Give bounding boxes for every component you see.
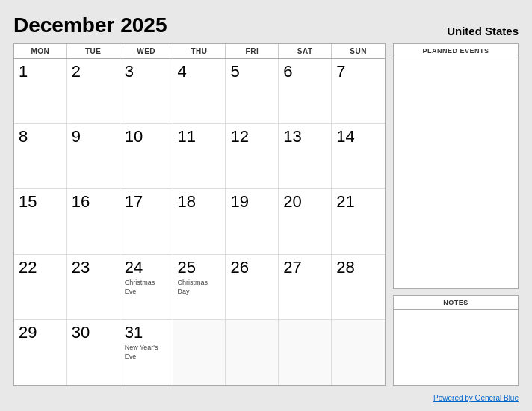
calendar-cell: 24Christmas Eve [120, 255, 173, 320]
calendar-cell: 21 [332, 189, 385, 254]
day-number: 11 [178, 127, 196, 146]
day-number: 18 [178, 192, 196, 211]
day-number: 22 [19, 258, 37, 277]
notes-box: NOTES [393, 295, 519, 386]
calendar-cell: 15 [14, 189, 67, 254]
calendar-cell: 16 [67, 189, 120, 254]
planned-events-content [394, 58, 518, 288]
day-number: 10 [125, 127, 143, 146]
day-number: 4 [178, 62, 187, 81]
day-number: 27 [283, 258, 301, 277]
day-number: 5 [230, 62, 239, 81]
calendar-cell: 13 [279, 124, 332, 189]
calendar-cell: 11 [173, 124, 226, 189]
day-number: 16 [72, 192, 90, 211]
day-header: THU [173, 44, 226, 58]
calendar-cell [279, 320, 332, 385]
day-headers: MONTUEWEDTHUFRISATSUN [14, 44, 385, 59]
day-header: WED [120, 44, 173, 58]
calendar-cell: 23 [67, 255, 120, 320]
calendar-cell: 22 [14, 255, 67, 320]
day-header: FRI [226, 44, 279, 58]
main-content: MONTUEWEDTHUFRISATSUN 123456789101112131… [13, 43, 519, 386]
calendar-cell [226, 320, 279, 385]
country-label: United States [447, 25, 519, 37]
calendar-cell: 7 [332, 59, 385, 124]
day-number: 1 [19, 62, 28, 81]
day-number: 13 [283, 127, 301, 146]
day-number: 20 [283, 192, 301, 211]
calendar-cell: 20 [279, 189, 332, 254]
calendar-page: December 2025 United States MONTUEWEDTHU… [0, 0, 532, 411]
calendar-cell: 18 [173, 189, 226, 254]
calendar-cell: 1 [14, 59, 67, 124]
calendar-title: December 2025 [13, 13, 167, 37]
calendar-cell: 25Christmas Day [173, 255, 226, 320]
day-number: 26 [230, 258, 248, 277]
calendar-cell: 19 [226, 189, 279, 254]
day-number: 30 [72, 323, 90, 342]
calendar-cell: 14 [332, 124, 385, 189]
calendar-cell: 2 [67, 59, 120, 124]
day-number: 6 [283, 62, 292, 81]
day-header: SUN [332, 44, 385, 58]
day-number: 15 [19, 192, 37, 211]
day-header: SAT [279, 44, 332, 58]
calendar-cell: 27 [279, 255, 332, 320]
planned-events-box: PLANNED EVENTS [393, 43, 519, 289]
day-number: 24 [125, 258, 143, 277]
header: December 2025 United States [13, 13, 519, 37]
calendar-cell: 9 [67, 124, 120, 189]
day-header: TUE [67, 44, 120, 58]
event-label: Christmas Day [178, 279, 221, 296]
day-number: 8 [19, 127, 28, 146]
day-number: 19 [230, 192, 248, 211]
day-number: 31 [125, 323, 143, 342]
calendar-cell: 30 [67, 320, 120, 385]
notes-title: NOTES [394, 296, 518, 310]
calendar-cell: 4 [173, 59, 226, 124]
calendar-cell: 17 [120, 189, 173, 254]
day-number: 21 [336, 192, 354, 211]
day-number: 28 [336, 258, 354, 277]
calendar-cell [332, 320, 385, 385]
calendar-cell: 3 [120, 59, 173, 124]
calendar-cell: 12 [226, 124, 279, 189]
calendar-cell: 6 [279, 59, 332, 124]
calendar-cell: 28 [332, 255, 385, 320]
sidebar: PLANNED EVENTS NOTES [393, 43, 519, 386]
day-number: 9 [72, 127, 81, 146]
powered-by-link[interactable]: Powered by General Blue [433, 394, 519, 402]
day-number: 3 [125, 62, 134, 81]
notes-content [394, 310, 518, 385]
calendar-cell: 31New Year's Eve [120, 320, 173, 385]
calendar-cell: 29 [14, 320, 67, 385]
day-number: 12 [230, 127, 248, 146]
day-number: 14 [336, 127, 354, 146]
calendar-cell [173, 320, 226, 385]
footer: Powered by General Blue [13, 390, 519, 404]
day-header: MON [14, 44, 67, 58]
day-number: 25 [178, 258, 196, 277]
day-number: 29 [19, 323, 37, 342]
calendar-grid: 123456789101112131415161718192021222324C… [14, 59, 385, 385]
event-label: New Year's Eve [125, 344, 158, 361]
calendar-cell: 26 [226, 255, 279, 320]
calendar-section: MONTUEWEDTHUFRISATSUN 123456789101112131… [13, 43, 386, 386]
day-number: 7 [336, 62, 345, 81]
calendar-cell: 8 [14, 124, 67, 189]
day-number: 2 [72, 62, 81, 81]
day-number: 23 [72, 258, 90, 277]
calendar-cell: 10 [120, 124, 173, 189]
calendar-cell: 5 [226, 59, 279, 124]
event-label: Christmas Eve [125, 279, 168, 296]
day-number: 17 [125, 192, 143, 211]
planned-events-title: PLANNED EVENTS [394, 44, 518, 58]
